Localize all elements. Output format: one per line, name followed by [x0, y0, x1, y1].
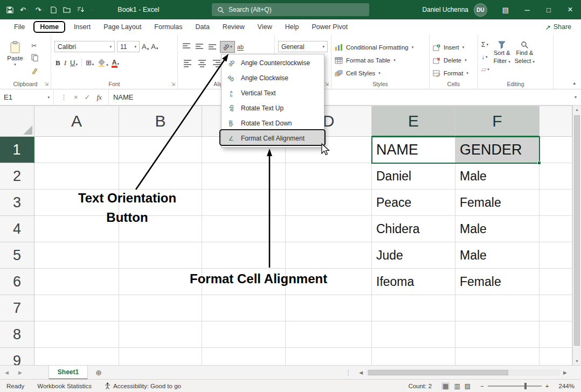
- delete-cells-button[interactable]: Delete ▾: [433, 54, 474, 67]
- cell-A9[interactable]: [34, 348, 119, 365]
- search-box[interactable]: Search (Alt+Q): [212, 3, 369, 16]
- fill-button[interactable]: ↓▾: [481, 53, 489, 61]
- cell-F5[interactable]: Male: [455, 242, 540, 269]
- autosum-button[interactable]: Σ▾: [481, 41, 489, 48]
- bold-button[interactable]: B: [56, 59, 60, 66]
- font-size-combo[interactable]: 11 ▾: [117, 41, 140, 52]
- cell-C9[interactable]: [202, 348, 286, 365]
- cell-B1[interactable]: [119, 137, 202, 163]
- cell-E4[interactable]: Chidera: [372, 216, 455, 242]
- cell-E7[interactable]: [372, 295, 455, 321]
- row-header-7[interactable]: 7: [0, 295, 34, 321]
- zoom-in-button[interactable]: +: [545, 383, 549, 389]
- cell-D5[interactable]: [286, 242, 372, 269]
- cell-F2[interactable]: Male: [455, 163, 540, 190]
- format-cells-button[interactable]: Format ▾: [433, 67, 474, 80]
- cell-E1[interactable]: NAME: [372, 137, 455, 163]
- zoom-slider-thumb[interactable]: [524, 383, 527, 389]
- cell-partial-4[interactable]: [540, 216, 572, 242]
- cell-C2[interactable]: [202, 163, 286, 190]
- cell-B7[interactable]: [119, 295, 202, 321]
- cell-F3[interactable]: Female: [455, 190, 540, 216]
- horizontal-scrollbar[interactable]: ⋮ ◀ ▶: [345, 369, 570, 376]
- insert-function-button[interactable]: fx: [97, 93, 102, 102]
- menu-item-rotate-text-down[interactable]: ab Rotate Text Down: [222, 116, 324, 131]
- cell-partial-1[interactable]: [540, 137, 572, 163]
- cell-A5[interactable]: [34, 242, 119, 269]
- cell-E5[interactable]: Jude: [372, 242, 455, 269]
- cell-F4[interactable]: Male: [455, 216, 540, 242]
- cell-F7[interactable]: [455, 295, 540, 321]
- align-top-button[interactable]: [181, 42, 192, 52]
- cell-C5[interactable]: [202, 242, 286, 269]
- cell-B9[interactable]: [119, 348, 202, 365]
- font-color-button[interactable]: A▾: [112, 59, 119, 66]
- formula-content[interactable]: NAME: [109, 89, 575, 105]
- cell-A7[interactable]: [34, 295, 119, 321]
- menu-item-format-cell-alignment[interactable]: ∠ Format Cell Alignment: [222, 131, 324, 146]
- cell-partial-3[interactable]: [540, 190, 572, 216]
- cell-partial-9[interactable]: [540, 348, 572, 365]
- menu-item-angle-counterclockwise[interactable]: ab Angle Counterclockwise: [222, 55, 324, 71]
- align-right-button[interactable]: [211, 59, 222, 68]
- page-layout-view-button[interactable]: ▥: [454, 382, 460, 390]
- cancel-button[interactable]: ×: [74, 93, 78, 101]
- column-header-E[interactable]: E: [372, 106, 455, 137]
- vertical-scrollbar[interactable]: ▲ ▼: [572, 106, 581, 365]
- cell-C7[interactable]: [202, 295, 286, 321]
- cell-B5[interactable]: [119, 242, 202, 269]
- open-button[interactable]: [63, 6, 71, 13]
- normal-view-button[interactable]: ▦: [441, 382, 449, 390]
- maximize-button[interactable]: □: [538, 0, 559, 19]
- menu-item-angle-clockwise[interactable]: ab Angle Clockwise: [222, 71, 324, 86]
- fill-color-button[interactable]: ▾: [98, 58, 108, 67]
- fill-handle[interactable]: [537, 161, 541, 165]
- avatar[interactable]: DU: [474, 3, 487, 17]
- hscroll-track[interactable]: [366, 369, 560, 376]
- column-header-partial[interactable]: [540, 106, 572, 137]
- cell-A2[interactable]: [34, 163, 119, 190]
- tab-review[interactable]: Review: [216, 23, 251, 31]
- tab-formulas[interactable]: Formulas: [148, 23, 189, 31]
- cell-F8[interactable]: [455, 321, 540, 348]
- cell-B2[interactable]: [119, 163, 202, 190]
- cell-partial-2[interactable]: [540, 163, 572, 190]
- accessibility-status[interactable]: Accessibility: Good to go: [98, 382, 188, 389]
- sort-button[interactable]: [77, 6, 85, 13]
- copy-button[interactable]: [31, 54, 38, 63]
- paste-button[interactable]: Paste ▾: [3, 41, 27, 76]
- cell-partial-6[interactable]: [540, 269, 572, 295]
- borders-button[interactable]: ⊞▾: [86, 59, 94, 66]
- increase-font-button[interactable]: A▴: [142, 43, 149, 50]
- cell-E6[interactable]: Ifeoma: [372, 269, 455, 295]
- share-button[interactable]: ↗ Share: [545, 23, 571, 31]
- zoom-slider[interactable]: [488, 386, 542, 387]
- cell-C8[interactable]: [202, 321, 286, 348]
- underline-button[interactable]: U▾: [70, 59, 78, 66]
- cell-E2[interactable]: Daniel: [372, 163, 455, 190]
- tab-view[interactable]: View: [251, 23, 279, 31]
- undo-button[interactable]: ↶▾: [20, 6, 29, 13]
- tab-page-layout[interactable]: Page Layout: [97, 23, 148, 31]
- vscroll-thumb[interactable]: [574, 115, 580, 346]
- cell-D8[interactable]: [286, 321, 372, 348]
- name-box[interactable]: E1 ▾: [0, 89, 54, 105]
- cell-E3[interactable]: Peace: [372, 190, 455, 216]
- cell-E8[interactable]: [372, 321, 455, 348]
- format-as-table-button[interactable]: Format as Table ▾: [335, 54, 426, 67]
- ribbon-display-options-button[interactable]: ▤: [495, 0, 516, 19]
- collapse-ribbon-button[interactable]: ▴: [573, 80, 576, 86]
- tab-file[interactable]: File: [8, 23, 31, 31]
- number-format-combo[interactable]: General ▾: [278, 41, 328, 52]
- workbook-statistics-button[interactable]: Workbook Statistics: [31, 383, 98, 389]
- row-header-4[interactable]: 4: [0, 216, 34, 242]
- tab-data[interactable]: Data: [189, 23, 216, 31]
- italic-button[interactable]: I: [64, 59, 66, 66]
- row-header-5[interactable]: 5: [0, 242, 34, 269]
- tab-insert[interactable]: Insert: [67, 23, 97, 31]
- row-header-2[interactable]: 2: [0, 163, 34, 190]
- tab-help[interactable]: Help: [279, 23, 306, 31]
- zoom-level[interactable]: 244%: [559, 383, 575, 389]
- cut-button[interactable]: ✂: [31, 42, 38, 50]
- cell-D9[interactable]: [286, 348, 372, 365]
